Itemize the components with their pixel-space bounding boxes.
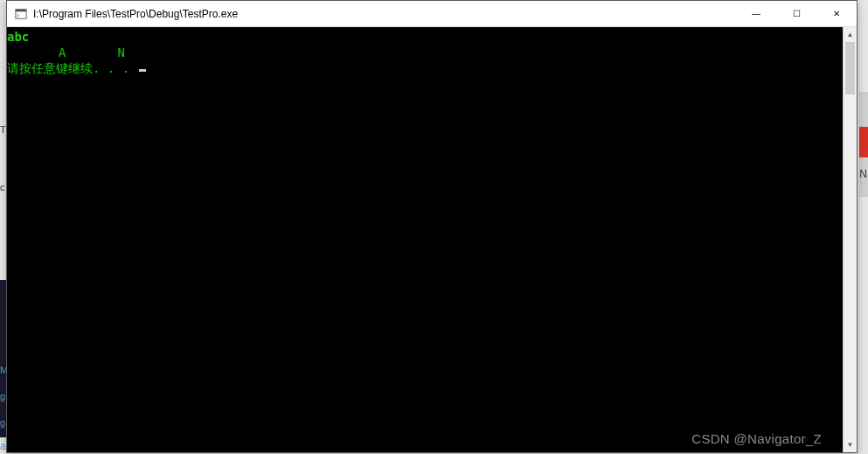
close-icon: ✕ bbox=[833, 9, 840, 18]
bg-fragment: g bbox=[0, 391, 5, 402]
scroll-up-button[interactable]: ▲ bbox=[844, 27, 857, 42]
scrollbar-thumb[interactable] bbox=[845, 42, 855, 94]
titlebar[interactable]: I:\Program Files\TestPro\Debug\TestPro.e… bbox=[7, 1, 857, 27]
console-app-icon bbox=[14, 7, 28, 21]
scroll-down-button[interactable]: ▼ bbox=[844, 437, 857, 452]
vertical-scrollbar[interactable]: ▲ ▼ bbox=[843, 27, 857, 452]
watermark: CSDN @Navigator_Z bbox=[691, 431, 822, 447]
close-button[interactable]: ✕ bbox=[816, 1, 857, 26]
svg-rect-1 bbox=[16, 9, 26, 11]
text-cursor bbox=[139, 69, 146, 72]
console-prompt-line: 请按任意键继续. . . bbox=[7, 61, 146, 75]
console-line-1: abc bbox=[7, 30, 29, 44]
chevron-up-icon: ▲ bbox=[847, 31, 854, 38]
window-title: I:\Program Files\TestPro\Debug\TestPro.e… bbox=[33, 8, 736, 20]
console-line-2: A N bbox=[7, 45, 125, 59]
bg-fragment: c bbox=[0, 182, 5, 192]
minimize-button[interactable]: — bbox=[736, 1, 776, 26]
chevron-down-icon: ▼ bbox=[847, 441, 854, 449]
maximize-button[interactable]: ☐ bbox=[776, 1, 816, 26]
bg-fragment: N bbox=[859, 168, 867, 180]
maximize-icon: ☐ bbox=[793, 9, 801, 18]
bg-right-red bbox=[859, 127, 868, 157]
bg-fragment: T bbox=[0, 124, 6, 135]
console-output[interactable]: abc A N 请按任意键继续. . . CSDN @Navigator_Z bbox=[7, 27, 843, 452]
window-controls: — ☐ ✕ bbox=[736, 1, 857, 26]
console-body: abc A N 请按任意键继续. . . CSDN @Navigator_Z ▲… bbox=[7, 27, 857, 452]
bg-fragment: g bbox=[0, 417, 5, 428]
minimize-icon: — bbox=[752, 9, 760, 18]
console-prompt-text: 请按任意键继续. . . bbox=[7, 61, 137, 75]
console-window: I:\Program Files\TestPro\Debug\TestPro.e… bbox=[6, 0, 858, 453]
